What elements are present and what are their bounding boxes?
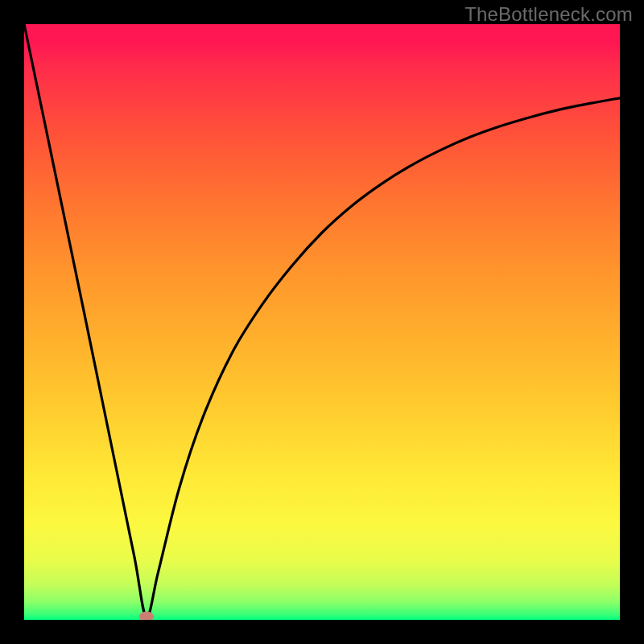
- performance-curve: [24, 24, 620, 617]
- plot-area: [24, 24, 620, 620]
- chart-frame: TheBottleneck.com: [0, 0, 644, 644]
- optimal-point-marker: [139, 612, 154, 620]
- watermark-text: TheBottleneck.com: [464, 3, 633, 26]
- curve-svg: [24, 24, 620, 620]
